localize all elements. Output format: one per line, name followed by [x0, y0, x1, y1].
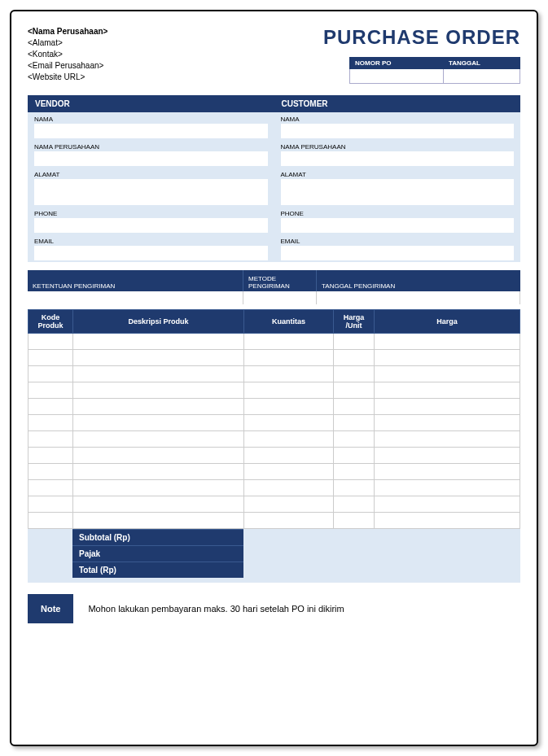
- vendor-company-input[interactable]: [34, 151, 268, 166]
- shipping-terms-input[interactable]: [28, 291, 243, 304]
- table-cell[interactable]: [375, 464, 520, 480]
- table-cell[interactable]: [334, 350, 375, 366]
- table-cell[interactable]: [73, 334, 244, 350]
- table-cell[interactable]: [73, 366, 244, 382]
- vendor-email-input[interactable]: [34, 246, 268, 260]
- table-cell[interactable]: [375, 415, 520, 431]
- table-cell[interactable]: [244, 399, 334, 415]
- table-cell[interactable]: [334, 399, 375, 415]
- vendor-name-input[interactable]: [34, 124, 268, 138]
- customer-email-input[interactable]: [281, 246, 515, 260]
- table-row: [28, 480, 520, 496]
- table-cell[interactable]: [375, 513, 520, 529]
- table-cell[interactable]: [244, 350, 334, 366]
- table-cell[interactable]: [334, 496, 375, 513]
- vendor-phone-input[interactable]: [34, 218, 268, 233]
- table-cell[interactable]: [334, 382, 375, 399]
- table-cell[interactable]: [244, 448, 334, 464]
- page-title: PURCHASE ORDER: [323, 26, 520, 49]
- vendor-column: VENDOR NAMA NAMA PERUSAHAAN ALAMAT PHONE…: [28, 95, 274, 262]
- table-cell[interactable]: [28, 480, 73, 496]
- table-cell[interactable]: [28, 382, 73, 399]
- table-cell[interactable]: [244, 496, 334, 513]
- totals-section: Subtotal (Rp) Pajak Total (Rp): [28, 529, 520, 583]
- table-cell[interactable]: [73, 382, 244, 399]
- customer-phone-input[interactable]: [281, 218, 515, 233]
- table-cell[interactable]: [244, 513, 334, 529]
- table-row: [28, 350, 520, 366]
- shipping-date-input[interactable]: [317, 291, 520, 304]
- table-cell[interactable]: [334, 415, 375, 431]
- table-cell[interactable]: [28, 496, 73, 513]
- table-cell[interactable]: [375, 334, 520, 350]
- table-cell[interactable]: [28, 366, 73, 382]
- shipping-header-row: KETENTUAN PENGIRIMAN METODE PENGIRIMAN T…: [28, 270, 520, 291]
- table-row: [28, 513, 520, 529]
- table-cell[interactable]: [334, 480, 375, 496]
- table-cell[interactable]: [244, 464, 334, 480]
- table-cell[interactable]: [73, 464, 244, 480]
- table-cell[interactable]: [334, 366, 375, 382]
- table-cell[interactable]: [73, 350, 244, 366]
- table-cell[interactable]: [73, 399, 244, 415]
- table-cell[interactable]: [334, 513, 375, 529]
- table-cell[interactable]: [73, 415, 244, 431]
- table-cell[interactable]: [244, 415, 334, 431]
- table-cell[interactable]: [375, 496, 520, 513]
- shipping-method-label: METODE PENGIRIMAN: [243, 270, 317, 291]
- table-cell[interactable]: [334, 334, 375, 350]
- subtotal-label: Subtotal (Rp): [72, 529, 243, 545]
- vendor-email-label: EMAIL: [34, 236, 268, 246]
- tax-label: Pajak: [72, 545, 243, 562]
- table-cell[interactable]: [244, 480, 334, 496]
- table-cell[interactable]: [73, 480, 244, 496]
- table-cell[interactable]: [375, 448, 520, 464]
- table-row: [28, 399, 520, 415]
- table-row: [28, 366, 520, 382]
- table-cell[interactable]: [28, 334, 73, 350]
- table-cell[interactable]: [334, 431, 375, 448]
- shipping-method-input[interactable]: [243, 291, 317, 304]
- items-col-price: Harga: [375, 310, 520, 334]
- table-cell[interactable]: [375, 366, 520, 382]
- company-block: <Nama Perusahaan> <Alamat> <Kontak> <Ema…: [28, 26, 107, 84]
- table-cell[interactable]: [73, 431, 244, 448]
- table-cell[interactable]: [375, 480, 520, 496]
- table-cell[interactable]: [28, 448, 73, 464]
- customer-name-input[interactable]: [281, 124, 515, 138]
- table-cell[interactable]: [244, 366, 334, 382]
- table-row: [28, 415, 520, 431]
- total-label: Total (Rp): [72, 562, 243, 578]
- table-cell[interactable]: [244, 431, 334, 448]
- customer-address-input[interactable]: [281, 179, 515, 205]
- table-cell[interactable]: [73, 496, 244, 513]
- table-row: [28, 382, 520, 399]
- table-cell[interactable]: [244, 334, 334, 350]
- table-cell[interactable]: [244, 382, 334, 399]
- po-date-input[interactable]: [443, 69, 520, 84]
- table-cell[interactable]: [375, 399, 520, 415]
- customer-column: CUSTOMER NAMA NAMA PERUSAHAAN ALAMAT PHO…: [274, 95, 521, 262]
- table-cell[interactable]: [28, 464, 73, 480]
- po-number-header: NOMOR PO: [350, 58, 444, 69]
- table-cell[interactable]: [73, 513, 244, 529]
- customer-email-label: EMAIL: [281, 236, 515, 246]
- shipping-terms-label: KETENTUAN PENGIRIMAN: [28, 270, 243, 291]
- table-cell[interactable]: [73, 448, 244, 464]
- table-cell[interactable]: [28, 513, 73, 529]
- table-cell[interactable]: [375, 431, 520, 448]
- table-cell[interactable]: [334, 448, 375, 464]
- company-name: <Nama Perusahaan>: [28, 26, 107, 37]
- table-cell[interactable]: [28, 415, 73, 431]
- table-cell[interactable]: [28, 431, 73, 448]
- table-cell[interactable]: [375, 350, 520, 366]
- po-number-input[interactable]: [350, 69, 444, 84]
- customer-company-input[interactable]: [281, 151, 515, 166]
- table-cell[interactable]: [28, 350, 73, 366]
- table-cell[interactable]: [375, 382, 520, 399]
- vendor-address-input[interactable]: [34, 179, 268, 205]
- table-cell[interactable]: [28, 399, 73, 415]
- items-col-qty: Kuantitas: [244, 310, 334, 334]
- table-cell[interactable]: [334, 464, 375, 480]
- po-meta-table: NOMOR PO TANGGAL: [349, 57, 520, 84]
